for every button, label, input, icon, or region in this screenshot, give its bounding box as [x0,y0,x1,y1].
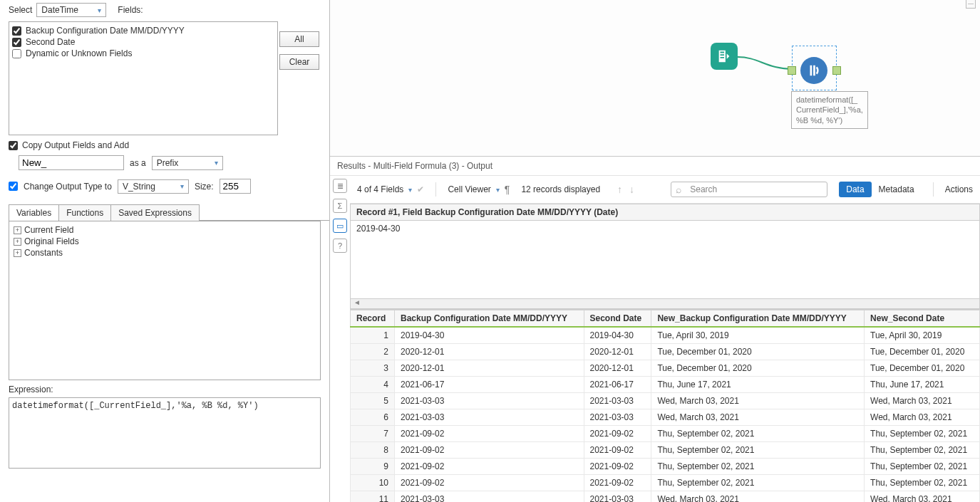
tree-item[interactable]: +Constants [12,247,317,258]
table-row[interactable]: 102021-09-022021-09-02Thu, September 02,… [351,475,980,491]
table-row[interactable]: 22020-12-012020-12-01Tue, December 01, 2… [351,344,980,360]
cell-viewer-dropdown[interactable]: ▾ [494,186,502,194]
output-anchor[interactable] [832,66,841,75]
field-checkbox[interactable] [12,26,21,36]
table-row[interactable]: 92021-09-022021-09-02Thu, September 02, … [351,459,980,475]
table-row[interactable]: 112021-03-032021-03-03Wed, March 03, 202… [351,491,980,503]
expression-textarea[interactable]: datetimeformat([_CurrentField_],'%a, %B … [9,397,321,469]
table-cell: Wed, March 03, 2021 [651,491,865,503]
prev-record-icon[interactable]: ↑ [616,184,624,195]
layout-sigma-icon[interactable]: Σ [333,199,347,213]
change-output-checkbox[interactable] [9,182,18,191]
table-cell: 2021-03-03 [395,393,584,409]
prefix-textbox[interactable] [19,155,124,170]
workflow-canvas[interactable]: — datetimeformat([_CurrentField_],'%a, %… [330,0,980,157]
view-metadata-tab[interactable]: Metadata [872,182,922,197]
table-cell: 2021-09-02 [395,475,584,491]
table-cell: 2021-09-02 [395,442,584,459]
pilcrow-icon[interactable]: ¶ [505,184,510,195]
record-value: 2019-04-30 [350,221,980,299]
table-row[interactable]: 52021-03-032021-03-03Wed, March 03, 2021… [351,393,980,409]
all-button[interactable]: All [279,31,319,47]
expand-icon[interactable]: + [14,238,21,246]
table-row[interactable]: 82021-09-022021-09-02Thu, September 02, … [351,442,980,459]
table-cell: 7 [351,426,395,442]
select-type-combo[interactable]: DateTime▾ [36,3,106,17]
layout-rows-icon[interactable]: ≣ [333,179,347,193]
table-cell: 3 [351,360,395,377]
field-checkbox[interactable] [12,49,21,58]
input-anchor[interactable] [788,66,796,75]
table-cell: Thu, September 02, 2021 [865,426,980,442]
output-type-combo[interactable]: V_String▾ [118,179,189,194]
help-icon[interactable]: ? [333,239,347,253]
table-row[interactable]: 72021-09-022021-09-02Thu, September 02, … [351,426,980,442]
column-header[interactable]: Record [351,310,395,328]
field-option[interactable]: Second Date [12,36,274,48]
tab-functions[interactable]: Functions [58,204,111,221]
expand-icon[interactable]: + [14,226,21,234]
tree-item[interactable]: +Original Fields [12,236,317,247]
table-cell: 8 [351,442,395,459]
expand-icon[interactable]: + [14,249,21,257]
search-input[interactable]: Search [671,182,827,197]
field-label: Dynamic or Unknown Fields [26,48,132,58]
table-row[interactable]: 62021-03-032021-03-03Wed, March 03, 2021… [351,409,980,426]
column-header[interactable]: Second Date [584,310,651,328]
copy-output-label: Copy Output Fields and Add [22,140,129,150]
column-header[interactable]: Backup Configuration Date MM/DD/YYYY [395,310,584,328]
table-cell: 2021-03-03 [395,491,584,503]
fields-dropdown[interactable]: ▾ [406,186,414,194]
column-header[interactable]: New_Backup Configuration Date MM/DD/YYYY [651,310,865,328]
table-cell: 2021-03-03 [584,409,651,426]
results-table[interactable]: RecordBackup Configuration Date MM/DD/YY… [350,310,980,502]
table-cell: 6 [351,409,395,426]
prefix-suffix-combo[interactable]: Prefix▾ [152,156,223,170]
table-cell: Thu, September 02, 2021 [865,459,980,475]
tree-label: Constants [24,248,63,258]
table-cell: 2021-06-17 [395,377,584,393]
field-option[interactable]: Backup Configuration Date MM/DD/YYYY [12,25,274,36]
clear-button[interactable]: Clear [279,54,319,70]
table-cell: Tue, December 01, 2020 [865,360,980,377]
table-cell: Wed, March 03, 2021 [865,409,980,426]
change-output-label: Change Output Type to [24,182,112,192]
table-cell: 2021-03-03 [395,409,584,426]
table-cell: Thu, September 02, 2021 [651,459,865,475]
fields-listbox[interactable]: Backup Configuration Date MM/DD/YYYYSeco… [9,21,278,135]
table-cell: Thu, September 02, 2021 [865,442,980,459]
table-row[interactable]: 32020-12-012020-12-01Tue, December 01, 2… [351,360,980,377]
table-cell: 2021-09-02 [584,426,651,442]
table-cell: Tue, April 30, 2019 [651,327,865,344]
horizontal-scrollbar[interactable] [350,299,980,309]
tree-item[interactable]: +Current Field [12,224,317,236]
table-cell: Wed, March 03, 2021 [865,491,980,503]
variables-tree[interactable]: +Current Field+Original Fields+Constants [9,221,321,380]
field-checkbox[interactable] [12,38,21,47]
table-row[interactable]: 12019-04-302019-04-30Tue, April 30, 2019… [351,327,980,344]
tab-variables[interactable]: Variables [9,204,59,221]
tool-annotation: datetimeformat([_CurrentField_],'%a, %B … [791,91,868,129]
fields-apply-icon[interactable]: ✔ [417,184,424,194]
table-row[interactable]: 42021-06-172021-06-17Thu, June 17, 2021T… [351,377,980,393]
field-option[interactable]: Dynamic or Unknown Fields [12,48,274,59]
size-textbox[interactable] [220,179,251,194]
connection-wire [738,53,793,71]
table-cell: Thu, September 02, 2021 [651,475,865,491]
actions-menu[interactable]: Actions [945,184,973,194]
table-cell: Thu, September 02, 2021 [651,426,865,442]
canvas-collapse-button[interactable]: — [966,0,976,9]
column-header[interactable]: New_Second Date [865,310,980,328]
view-data-tab[interactable]: Data [839,182,871,197]
table-cell: 2021-09-02 [395,426,584,442]
table-cell: Thu, September 02, 2021 [865,475,980,491]
multi-field-formula-tool[interactable] [800,57,827,84]
layout-single-icon[interactable]: ▭ [333,219,347,233]
table-cell: 2021-09-02 [395,459,584,475]
next-record-icon[interactable]: ↓ [628,184,636,195]
table-cell: Tue, December 01, 2020 [865,344,980,360]
input-data-tool[interactable] [711,43,738,70]
table-cell: 2021-09-02 [584,442,651,459]
tab-saved-expressions[interactable]: Saved Expressions [110,204,200,221]
copy-output-checkbox[interactable] [9,141,18,150]
